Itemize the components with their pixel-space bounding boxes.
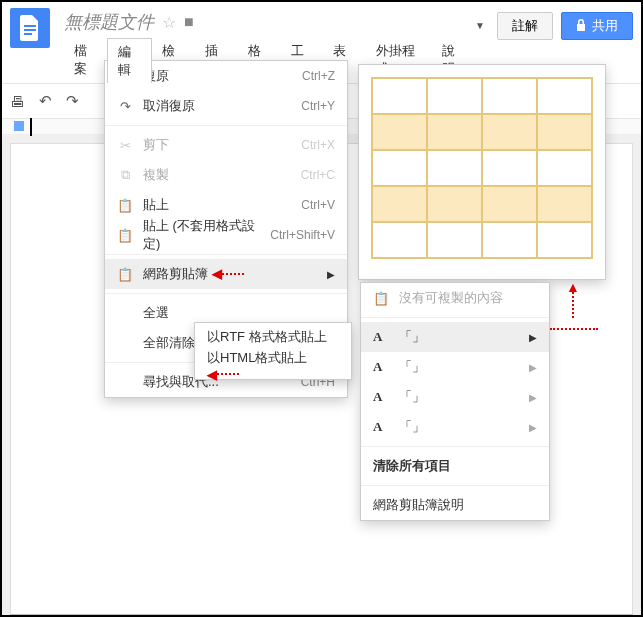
- table-cell[interactable]: [482, 222, 537, 258]
- menu-cut-label: 剪下: [143, 136, 291, 154]
- table-cell[interactable]: [372, 78, 427, 114]
- menu-file[interactable]: 檔案: [64, 38, 107, 83]
- text-a-icon: A: [373, 419, 389, 435]
- submenu-paste-rtf-label: 以RTF 格式格式貼上: [207, 328, 339, 346]
- cut-icon: ✂: [117, 138, 133, 153]
- undo-toolbar-icon[interactable]: ↶: [39, 92, 52, 110]
- menu-undo-shortcut: Ctrl+Z: [302, 69, 335, 83]
- menu-separator: [361, 317, 549, 318]
- menu-web-clipboard-label: 網路剪貼簿 ◀: [143, 265, 317, 283]
- menu-edit[interactable]: 編輯: [107, 38, 152, 83]
- paste-format-submenu: 以RTF 格式格式貼上 以HTML格式貼上 ◀: [194, 322, 352, 380]
- table-cell[interactable]: [537, 186, 592, 222]
- table-cell[interactable]: [537, 150, 592, 186]
- clip-item-1[interactable]: A 「」 ▶: [361, 322, 549, 352]
- print-icon[interactable]: 🖶: [10, 93, 25, 110]
- table-cell[interactable]: [537, 222, 592, 258]
- svg-rect-1: [24, 29, 36, 31]
- redo-toolbar-icon[interactable]: ↷: [66, 92, 79, 110]
- table-cell[interactable]: [372, 186, 427, 222]
- share-label: 共用: [592, 17, 618, 35]
- table-cell[interactable]: [427, 78, 482, 114]
- submenu-paste-html[interactable]: 以HTML格式貼上 ◀: [195, 351, 351, 379]
- menu-paste[interactable]: 📋 貼上 Ctrl+V: [105, 190, 347, 220]
- folder-icon[interactable]: ■: [184, 13, 194, 31]
- table-cell[interactable]: [372, 114, 427, 150]
- table-cell[interactable]: [427, 186, 482, 222]
- text-cursor: [30, 118, 32, 136]
- clip-nothing: 📋 沒有可複製的內容: [361, 283, 549, 313]
- clip-item-4[interactable]: A 「」 ▶: [361, 412, 549, 442]
- table-cell[interactable]: [537, 114, 592, 150]
- clip-item-3-label: 「」: [399, 388, 519, 406]
- text-a-icon: A: [373, 329, 389, 345]
- table-cell[interactable]: [372, 222, 427, 258]
- docs-logo[interactable]: [10, 8, 50, 48]
- paste-icon: 📋: [117, 198, 133, 213]
- web-clipboard-submenu: 📋 沒有可複製的內容 A 「」 ▶ A 「」 ▶ A 「」 ▶ A 「」 ▶ 清…: [360, 282, 550, 521]
- web-clipboard-text: 網路剪貼簿: [143, 266, 208, 281]
- table-cell[interactable]: [482, 186, 537, 222]
- menu-select-all-label: 全選: [143, 304, 335, 322]
- table-cell[interactable]: [372, 150, 427, 186]
- table-cell[interactable]: [482, 150, 537, 186]
- clip-nothing-label: 沒有可複製的內容: [399, 289, 537, 307]
- table-cell[interactable]: [537, 78, 592, 114]
- arrow-up-icon: ▲: [566, 282, 580, 292]
- menu-undo-label: 復原: [143, 67, 292, 85]
- clip-clear-all[interactable]: 清除所有項目: [361, 451, 549, 481]
- table-cell[interactable]: [482, 114, 537, 150]
- copy-icon: ⧉: [117, 167, 133, 183]
- table-cell[interactable]: [427, 222, 482, 258]
- redo-icon: ↷: [117, 99, 133, 114]
- arrow-shaft: [572, 292, 574, 318]
- table-cell[interactable]: [482, 78, 537, 114]
- paste-plain-icon: 📋: [117, 228, 133, 243]
- menu-web-clipboard[interactable]: 📋 網路剪貼簿 ◀ ▶: [105, 259, 347, 289]
- text-a-icon: A: [373, 389, 389, 405]
- menu-cut-shortcut: Ctrl+X: [301, 138, 335, 152]
- doc-title[interactable]: 無標題文件: [64, 10, 154, 34]
- menu-separator: [105, 293, 347, 294]
- menu-copy-label: 複製: [143, 166, 291, 184]
- menu-paste-no-format[interactable]: 📋 貼上 (不套用格式設定) Ctrl+Shift+V: [105, 220, 347, 250]
- menu-paste-nf-label: 貼上 (不套用格式設定): [143, 217, 260, 253]
- clip-help[interactable]: 網路剪貼簿說明: [361, 490, 549, 520]
- comment-button[interactable]: 註解: [497, 12, 553, 40]
- ruler-indent-marker[interactable]: [14, 121, 24, 131]
- star-icon[interactable]: ☆: [162, 13, 176, 32]
- menu-separator: [361, 485, 549, 486]
- menu-redo-shortcut: Ctrl+Y: [301, 99, 335, 113]
- share-button[interactable]: 共用: [561, 12, 633, 40]
- table-preview-grid[interactable]: [371, 77, 593, 259]
- arrow-shaft: [550, 328, 598, 330]
- menu-redo-label: 取消復原: [143, 97, 291, 115]
- header-right: ▼ 註解 共用: [475, 8, 633, 40]
- annotation-arrow-icon: ◀: [212, 266, 244, 281]
- menu-copy: ⧉ 複製 Ctrl+C: [105, 160, 347, 190]
- paste-html-text: 以HTML格式貼上: [207, 350, 307, 365]
- submenu-arrow-icon: ▶: [529, 362, 537, 373]
- annotation-vertical-arrow: ▲: [566, 282, 580, 318]
- table-cell[interactable]: [427, 150, 482, 186]
- text-a-icon: A: [373, 359, 389, 375]
- menu-separator: [361, 446, 549, 447]
- clip-item-1-label: 「」: [399, 328, 519, 346]
- header-caret-icon[interactable]: ▼: [475, 12, 489, 31]
- submenu-arrow-icon: ▶: [529, 332, 537, 343]
- lock-icon: [576, 19, 586, 34]
- menu-separator: [105, 254, 347, 255]
- table-cell[interactable]: [427, 114, 482, 150]
- menu-paste-label: 貼上: [143, 196, 291, 214]
- clip-item-2[interactable]: A 「」 ▶: [361, 352, 549, 382]
- submenu-arrow-icon: ▶: [327, 269, 335, 280]
- app-window: 無標題文件 ☆ ■ 檔案 編輯 檢視 插入 格式 工具 表格 外掛程式 說明 ▼…: [0, 0, 643, 617]
- clip-item-3[interactable]: A 「」 ▶: [361, 382, 549, 412]
- annotation-arrow-icon: ◀: [207, 367, 239, 382]
- clipboard-icon: 📋: [117, 267, 133, 282]
- menu-redo[interactable]: ↷ 取消復原 Ctrl+Y: [105, 91, 347, 121]
- clip-item-2-label: 「」: [399, 358, 519, 376]
- submenu-arrow-icon: ▶: [529, 422, 537, 433]
- menu-copy-shortcut: Ctrl+C: [301, 168, 335, 182]
- submenu-paste-rtf[interactable]: 以RTF 格式格式貼上: [195, 323, 351, 351]
